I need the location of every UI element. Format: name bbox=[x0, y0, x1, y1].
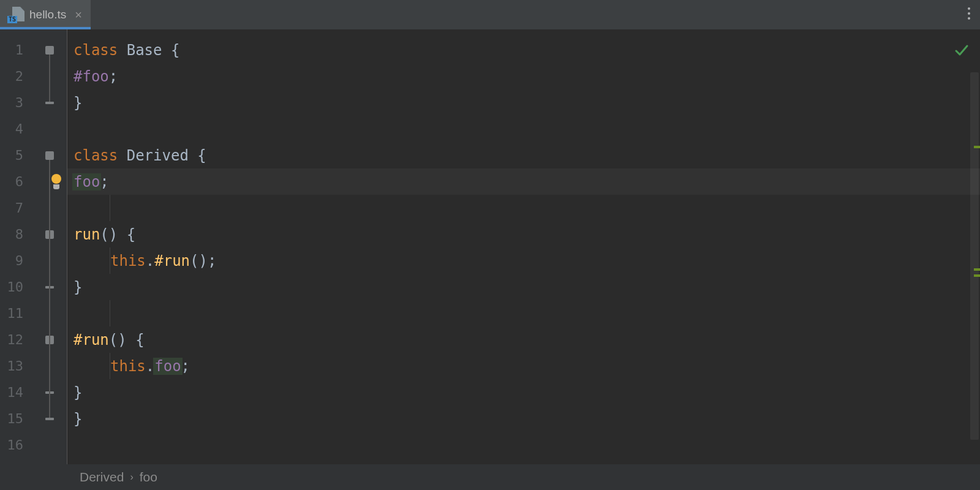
token-punct: } bbox=[74, 384, 82, 401]
line-number[interactable]: 10 bbox=[0, 274, 32, 300]
token-method: #run bbox=[74, 331, 109, 349]
code-line[interactable]: class Derived { bbox=[67, 142, 980, 168]
code-content[interactable]: class Base { #foo;}class Derived { foo; … bbox=[67, 29, 980, 464]
token-private: #foo bbox=[74, 68, 109, 85]
line-number[interactable]: 12 bbox=[0, 326, 32, 353]
fold-gutter[interactable] bbox=[32, 29, 67, 464]
editor-area[interactable]: 12345678910111213141516 class Base { #fo… bbox=[0, 29, 980, 464]
line-number[interactable]: 8 bbox=[0, 221, 32, 247]
code-line[interactable]: this.#run(); bbox=[67, 247, 980, 274]
line-number[interactable]: 15 bbox=[0, 405, 32, 432]
code-line[interactable]: foo; bbox=[67, 168, 980, 195]
close-icon[interactable]: × bbox=[75, 9, 82, 21]
fold-guide-line bbox=[49, 55, 50, 102]
token-punct: () { bbox=[100, 226, 135, 243]
line-number[interactable]: 7 bbox=[0, 195, 32, 221]
token-punct: () { bbox=[109, 331, 145, 349]
line-number[interactable]: 9 bbox=[0, 247, 32, 274]
line-number[interactable]: 4 bbox=[0, 116, 32, 142]
code-line[interactable]: #run() { bbox=[67, 326, 980, 353]
typescript-file-icon: TS bbox=[9, 7, 24, 23]
line-number[interactable]: 13 bbox=[0, 353, 32, 379]
fold-toggle-icon[interactable] bbox=[45, 151, 54, 160]
code-line[interactable] bbox=[67, 300, 980, 326]
code-line[interactable]: #foo; bbox=[67, 63, 980, 89]
code-line[interactable] bbox=[67, 195, 980, 221]
token-classname: Base bbox=[127, 42, 171, 59]
line-number[interactable]: 14 bbox=[0, 379, 32, 405]
inspection-status-icon[interactable] bbox=[954, 43, 969, 60]
code-line[interactable] bbox=[67, 432, 980, 458]
fold-guide-line bbox=[49, 239, 50, 286]
error-stripe-marker[interactable] bbox=[974, 268, 980, 271]
breadcrumb-bar: Derived › foo bbox=[0, 464, 980, 490]
intention-bulb-icon[interactable] bbox=[50, 176, 62, 188]
line-number-gutter[interactable]: 12345678910111213141516 bbox=[0, 29, 32, 464]
fold-end-icon bbox=[45, 102, 54, 104]
token-method: run bbox=[74, 226, 100, 243]
line-number[interactable]: 1 bbox=[0, 37, 32, 63]
fold-end-icon bbox=[45, 418, 54, 420]
line-number[interactable]: 3 bbox=[0, 89, 32, 116]
token-punct: } bbox=[74, 94, 82, 111]
token-classname: Derived bbox=[127, 147, 198, 164]
line-number[interactable]: 6 bbox=[0, 168, 32, 195]
token-keyword: class bbox=[74, 42, 127, 59]
fold-guide-line bbox=[49, 344, 50, 391]
code-line[interactable]: run() { bbox=[67, 221, 980, 247]
tab-bar: TS hello.ts × bbox=[0, 0, 980, 29]
token-punct: ; bbox=[100, 173, 108, 190]
code-line[interactable] bbox=[67, 116, 980, 142]
token-this: this bbox=[110, 358, 146, 375]
line-number[interactable]: 5 bbox=[0, 142, 32, 168]
token-prop: foo bbox=[153, 358, 182, 375]
token-punct: } bbox=[74, 279, 82, 296]
token-method: #run bbox=[154, 252, 190, 270]
tab-filename: hello.ts bbox=[29, 8, 66, 21]
token-punct: . bbox=[146, 252, 154, 270]
line-number[interactable]: 11 bbox=[0, 300, 32, 326]
token-punct: } bbox=[74, 410, 82, 428]
code-line[interactable]: } bbox=[67, 89, 980, 116]
token-keyword: class bbox=[74, 147, 127, 164]
more-options-icon[interactable] bbox=[968, 7, 970, 20]
token-prop: foo bbox=[72, 173, 101, 190]
code-line[interactable]: this.foo; bbox=[67, 353, 980, 379]
code-line[interactable]: class Base { bbox=[67, 37, 980, 63]
token-punct: ; bbox=[181, 358, 190, 375]
token-this: this bbox=[110, 252, 146, 270]
code-line[interactable]: } bbox=[67, 274, 980, 300]
token-punct: (); bbox=[190, 252, 216, 270]
breadcrumb-member[interactable]: foo bbox=[140, 470, 157, 484]
line-number[interactable]: 16 bbox=[0, 432, 32, 458]
chevron-right-icon: › bbox=[130, 472, 133, 483]
error-stripe-marker[interactable] bbox=[974, 274, 980, 277]
code-line[interactable]: } bbox=[67, 405, 980, 432]
scrollbar-thumb[interactable] bbox=[970, 72, 979, 440]
token-punct: { bbox=[171, 42, 179, 59]
token-punct: ; bbox=[109, 68, 118, 85]
token-punct: { bbox=[197, 147, 206, 164]
file-tab[interactable]: TS hello.ts × bbox=[0, 0, 91, 29]
line-number[interactable]: 2 bbox=[0, 63, 32, 89]
scrollbar[interactable] bbox=[969, 29, 980, 464]
breadcrumb-class[interactable]: Derived bbox=[80, 470, 124, 484]
fold-toggle-icon[interactable] bbox=[45, 46, 54, 55]
code-line[interactable]: } bbox=[67, 379, 980, 405]
error-stripe-marker[interactable] bbox=[974, 146, 980, 148]
